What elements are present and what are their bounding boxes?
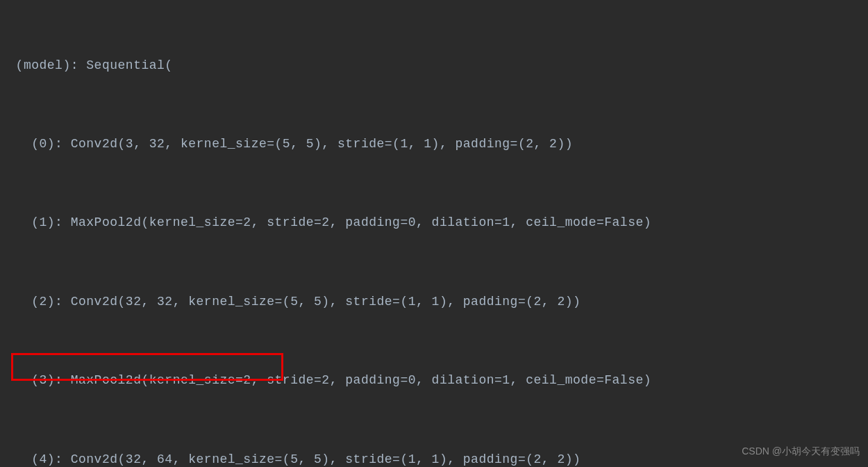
console-output: (model): Sequential( (0): Conv2d(3, 32, … <box>0 0 868 467</box>
output-line: (4): Conv2d(32, 64, kernel_size=(5, 5), … <box>0 447 868 467</box>
output-line: (3): MaxPool2d(kernel_size=2, stride=2, … <box>0 368 868 394</box>
output-line: (model): Sequential( <box>0 53 868 79</box>
watermark-text: CSDN @小胡今天有变强吗 <box>742 441 860 461</box>
output-line: (2): Conv2d(32, 32, kernel_size=(5, 5), … <box>0 289 868 316</box>
output-line: (0): Conv2d(3, 32, kernel_size=(5, 5), s… <box>0 131 868 158</box>
output-line: (1): MaxPool2d(kernel_size=2, stride=2, … <box>0 210 868 236</box>
